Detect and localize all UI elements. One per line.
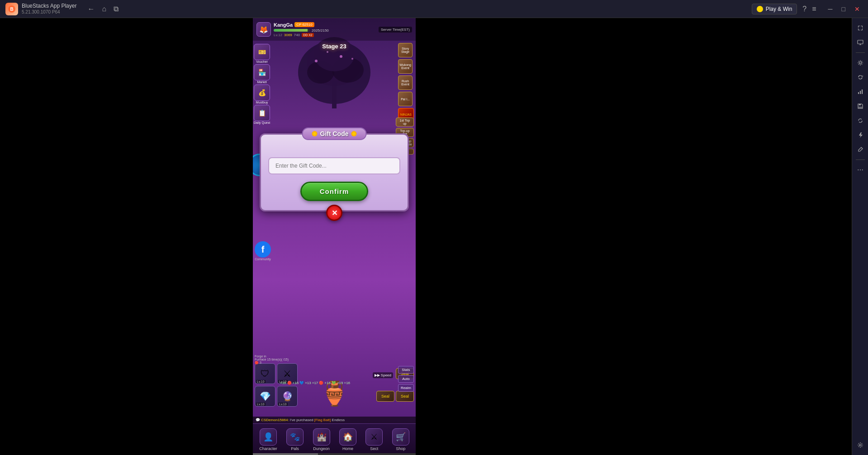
- svg-point-13: [859, 62, 861, 64]
- toolbar-more-icon[interactable]: ⋯: [854, 164, 867, 176]
- seal-buttons-group: Seal Seal: [376, 391, 414, 402]
- nav-home-button[interactable]: ⌂: [102, 5, 106, 13]
- maximize-button[interactable]: □: [839, 5, 848, 14]
- market-btn[interactable]: 🏪 Market: [254, 64, 270, 84]
- realm-button[interactable]: Realm: [398, 384, 414, 392]
- svg-point-11: [340, 55, 342, 58]
- right-action-buttons: Stats Auto Realm: [398, 366, 414, 392]
- player-name: KangGa: [274, 22, 293, 28]
- app-name: BlueStacks App Player: [22, 3, 76, 9]
- nav-character[interactable]: 👤 Character: [259, 428, 277, 451]
- hp-fill: [274, 29, 308, 32]
- stage-label: Stage 23: [322, 43, 346, 50]
- stat-values-area: +16 🔴 +16 💙 +13 +17 🔴 +16 💚 +19 +16: [280, 381, 389, 385]
- auto-button[interactable]: Auto: [398, 375, 414, 383]
- facebook-button[interactable]: f Community: [255, 241, 271, 261]
- toolbar-display-icon[interactable]: [854, 36, 867, 49]
- play-win-label: Play & Win: [766, 6, 792, 12]
- inv-slot-1[interactable]: 🛡 Lv.10: [255, 363, 275, 384]
- server-time: Server Time(EST): [379, 27, 412, 33]
- voucher-btn[interactable]: 🎫 Voucher: [254, 44, 270, 63]
- mustbuy-btn[interactable]: 💰 Mustbuy: [254, 84, 270, 104]
- title-bar-right: Play & Win ? ≡ ─ □ ✕: [752, 4, 863, 14]
- first-topup-btn[interactable]: 1st Topup: [396, 117, 414, 127]
- gift-code-input[interactable]: [268, 157, 400, 174]
- svg-point-7: [314, 37, 355, 71]
- svg-point-8: [315, 60, 318, 62]
- toolbar-stats-icon[interactable]: [854, 85, 867, 98]
- svg-rect-12: [858, 40, 863, 44]
- inv-slot-4[interactable]: 🔮 Lv.10: [277, 386, 298, 407]
- seal-btn-3[interactable]: Seal: [396, 391, 414, 402]
- game-nav-bar: 👤 Character 🐾 Pals 🏰 Dungeon 🏠 Home ⚔ Se…: [253, 423, 416, 455]
- chat-suffix: Endless: [332, 418, 345, 422]
- rush-event-btn[interactable]: RushEvent: [398, 75, 413, 90]
- home-label: Home: [342, 446, 353, 451]
- seal-btn-2[interactable]: Seal: [376, 391, 394, 402]
- confirm-button[interactable]: Confirm: [300, 182, 369, 201]
- window-controls: ─ □ ✕: [825, 5, 863, 14]
- minimize-button[interactable]: ─: [825, 5, 835, 14]
- toolbar-divider-2: [856, 159, 865, 160]
- toolbar-fullscreen-icon[interactable]: [854, 22, 867, 34]
- nav-home[interactable]: 🏠 Home: [339, 428, 356, 451]
- help-button[interactable]: ?: [802, 5, 806, 13]
- svg-rect-15: [860, 91, 861, 94]
- main-area: 🦊 KangGa CP 62510 2025/2150 Lv.12 3069 7…: [0, 18, 868, 455]
- gold-amount: 3069: [284, 33, 292, 37]
- hp-bar: [274, 29, 310, 32]
- daily-quest-btn[interactable]: 📋 Daily Quest: [254, 105, 270, 124]
- title-nav: ← ⌂ ⧉: [87, 5, 119, 13]
- player-info: KangGa CP 62510 2025/2150 Lv.12 3069 740…: [274, 22, 329, 37]
- home-icon: 🏠: [339, 428, 356, 446]
- toolbar-save-icon[interactable]: [854, 100, 867, 113]
- toolbar-gear-icon[interactable]: [854, 439, 867, 451]
- toolbar-sync-icon[interactable]: [854, 114, 867, 127]
- nav-sect[interactable]: ⚔ Sect: [365, 428, 383, 451]
- dungeon-label: Dungeon: [313, 446, 330, 451]
- toolbar-edit-icon[interactable]: [854, 143, 867, 156]
- wukong-event-btn[interactable]: WukongEvent: [398, 59, 413, 74]
- chat-message: I've purchased: [290, 418, 314, 422]
- play-win-button[interactable]: Play & Win: [752, 4, 797, 14]
- nav-dungeon[interactable]: 🏰 Dungeon: [313, 428, 330, 451]
- stats-button[interactable]: Stats: [398, 366, 414, 374]
- cp-badge: CP 62510: [294, 22, 314, 27]
- sect-label: Sect: [370, 446, 378, 451]
- toolbar-rotate-icon[interactable]: [854, 71, 867, 84]
- left-black-area: [0, 18, 253, 455]
- player-level: Lv.12: [274, 33, 282, 37]
- toolbar-lightning-icon[interactable]: [854, 129, 867, 141]
- exp-amount: 740: [294, 33, 300, 37]
- app-version: 5.21.300.1070 P64: [22, 9, 76, 15]
- right-toolbar: ⋯: [852, 18, 868, 455]
- svg-point-19: [859, 444, 861, 446]
- close-modal-button[interactable]: ✕: [326, 205, 342, 221]
- story-stage-btn[interactable]: StoryStage: [398, 43, 413, 57]
- svg-text:B: B: [10, 7, 13, 12]
- nav-shop[interactable]: 🛒 Shop: [392, 428, 409, 451]
- pal-btn[interactable]: Pal I...: [398, 92, 413, 106]
- gift-code-modal: Gift Code Confirm ✕: [260, 133, 409, 211]
- svg-rect-18: [859, 107, 862, 108]
- nav-pals[interactable]: 🐾 Pals: [286, 428, 304, 451]
- modal-gem-left: [312, 131, 318, 136]
- modal-title: Gift Code: [320, 130, 349, 137]
- svg-point-10: [327, 51, 328, 53]
- toolbar-settings-icon[interactable]: [854, 56, 867, 69]
- menu-button[interactable]: ≡: [812, 5, 816, 13]
- sect-icon: ⚔: [365, 428, 383, 446]
- nav-multi-button[interactable]: ⧉: [114, 5, 119, 13]
- inv-slot-3[interactable]: 💎 Lv.10: [255, 386, 275, 407]
- game-scrollbar-thumb: [253, 453, 318, 455]
- character-icon: 👤: [260, 428, 277, 446]
- dungeon-icon: 🏰: [313, 428, 330, 446]
- modal-gem-right: [351, 131, 357, 136]
- svg-point-9: [351, 58, 353, 60]
- nav-back-button[interactable]: ←: [87, 5, 95, 13]
- game-viewport[interactable]: 🦊 KangGa CP 62510 2025/2150 Lv.12 3069 7…: [253, 18, 416, 455]
- game-scrollbar[interactable]: [253, 453, 416, 455]
- svg-rect-14: [858, 92, 859, 94]
- close-button[interactable]: ✕: [852, 5, 863, 14]
- pals-icon: 🐾: [286, 428, 304, 446]
